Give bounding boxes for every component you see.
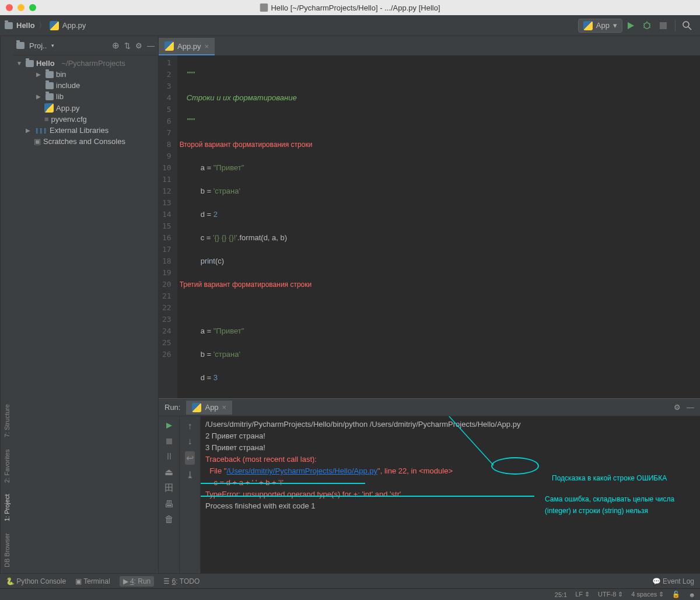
- project-pane-title[interactable]: Proj..: [29, 41, 47, 50]
- run-toolbar-2: ↑ ↓ ↩ ⤓: [180, 416, 201, 573]
- window-title: Hello [~/PycharmProjects/Hello] - .../Ap…: [260, 3, 440, 12]
- breadcrumb: Hello 〉 App.py: [5, 20, 86, 31]
- db-browser-tab[interactable]: DB Browser: [4, 533, 10, 567]
- python-icon: [164, 41, 174, 51]
- tree-root[interactable]: ▼Hello ~/PycharmProjects: [13, 58, 158, 69]
- line-gutter: 1 2 3 4 5 6 7 8 9 10 11 12 13 14 15 16 1…: [159, 55, 177, 398]
- trash-button[interactable]: 🗑: [164, 514, 174, 525]
- terminal-tab[interactable]: ▣ Terminal: [75, 577, 110, 585]
- breadcrumb-project[interactable]: Hello: [16, 21, 35, 30]
- svg-point-9: [683, 22, 689, 27]
- minimize-window-button[interactable]: [18, 4, 24, 11]
- traceback-file-link[interactable]: /Users/dmitriy/PycharmProjects/Hello/App…: [226, 466, 377, 475]
- gear-icon[interactable]: ⚙: [674, 403, 681, 412]
- pause-button[interactable]: ⏸: [164, 451, 174, 462]
- project-pane: Proj..▾ ⊕ ⇅ ⚙ — ▼Hello ~/PycharmProjects…: [13, 36, 159, 573]
- hide-icon[interactable]: —: [687, 403, 694, 412]
- stop-button[interactable]: [166, 436, 172, 447]
- tree-folder-bin[interactable]: ▶bin: [13, 69, 158, 80]
- rerun-button[interactable]: [166, 421, 173, 431]
- close-tab-icon[interactable]: ×: [204, 42, 209, 51]
- tree-scratches[interactable]: ▣Scratches and Consoles: [13, 136, 158, 147]
- python-console-tab[interactable]: 🐍 Python Console: [6, 577, 66, 585]
- python-icon: [583, 21, 593, 30]
- exit-button[interactable]: ⏏: [164, 466, 173, 478]
- hint-1: Подсказка в какой строке ОШИБКА: [552, 472, 667, 484]
- editor-tab-app[interactable]: App.py ×: [159, 38, 215, 55]
- python-icon: [192, 403, 201, 412]
- search-button[interactable]: [679, 17, 695, 34]
- editor: App.py × 1 2 3 4 5 6 7 8 9 10 11 12 13 1…: [159, 36, 700, 573]
- run-toolbar-1: ⏸ ⏏ 田 🖶 🗑: [159, 416, 180, 573]
- todo-tab[interactable]: ☰ 6: TODO: [163, 577, 200, 585]
- svg-rect-12: [166, 438, 172, 444]
- tree-file-app[interactable]: App.py: [13, 102, 158, 114]
- favorites-tab[interactable]: 2: Favorites: [4, 449, 10, 482]
- editor-tabs: App.py ×: [159, 36, 700, 55]
- svg-marker-1: [628, 22, 634, 29]
- event-log-button[interactable]: 💬 Event Log: [652, 577, 694, 585]
- hide-icon[interactable]: —: [147, 41, 155, 50]
- caret-position[interactable]: 25:1: [555, 591, 567, 598]
- tree-folder-lib[interactable]: ▶lib: [13, 91, 158, 102]
- titlebar: Hello [~/PycharmProjects/Hello] - .../Ap…: [0, 0, 700, 15]
- project-tool-tab[interactable]: 1: Project: [4, 494, 10, 521]
- line-ending[interactable]: LF ⇕: [575, 591, 590, 598]
- console-output[interactable]: /Users/dmitriy/PycharmProjects/Hello/bin…: [201, 416, 700, 573]
- folder-icon: [16, 42, 24, 49]
- svg-rect-0: [260, 3, 268, 12]
- annotation-2: Третий вариант форматирования строки: [180, 280, 312, 289]
- structure-tab[interactable]: 7: Structure: [4, 405, 10, 438]
- readonly-icon[interactable]: 🔓: [672, 591, 680, 598]
- svg-marker-11: [166, 423, 172, 429]
- encoding[interactable]: UTF-8 ⇕: [598, 591, 623, 598]
- breadcrumb-file[interactable]: App.py: [62, 21, 86, 30]
- python-icon: [50, 21, 59, 30]
- code-area[interactable]: 1 2 3 4 5 6 7 8 9 10 11 12 13 14 15 16 1…: [159, 55, 700, 398]
- svg-line-10: [688, 27, 691, 30]
- stop-button[interactable]: [655, 17, 671, 34]
- left-tool-stripe: DB Browser 1: Project 2: Favorites 7: St…: [0, 36, 13, 573]
- code-text[interactable]: """ Строки и их форматирование """ Второ…: [177, 55, 700, 398]
- debug-button[interactable]: [639, 17, 655, 34]
- down-button[interactable]: ↓: [188, 436, 192, 447]
- up-button[interactable]: ↑: [188, 421, 192, 431]
- run-config-selector[interactable]: App ▾: [578, 19, 622, 33]
- inspection-icon[interactable]: ☻: [688, 591, 695, 598]
- bottom-tool-stripe: 🐍 Python Console ▣ Terminal ▶ 4: Run ☰ 6…: [0, 573, 700, 588]
- close-window-button[interactable]: [6, 4, 13, 11]
- run-label: Run:: [164, 403, 180, 412]
- run-tab[interactable]: ▶ 4: Run: [120, 576, 155, 587]
- wrap-button[interactable]: ↩: [185, 451, 195, 465]
- gear-icon[interactable]: ⚙: [135, 41, 142, 50]
- tree-folder-include[interactable]: include: [13, 80, 158, 91]
- tree-file-pyvenv[interactable]: ≡pyvenv.cfg: [13, 114, 158, 125]
- app-icon: [260, 3, 268, 12]
- zoom-window-button[interactable]: [29, 4, 36, 11]
- close-icon[interactable]: ×: [222, 403, 227, 412]
- hint-2: Сама ошибка, складывать целые числа (int…: [545, 493, 700, 517]
- layout-button[interactable]: 田: [164, 482, 174, 494]
- print-button[interactable]: 🖶: [164, 499, 174, 510]
- scroll-button[interactable]: ⤓: [186, 469, 194, 480]
- tree-external-libs[interactable]: ▶⫿⫿⫿External Libraries: [13, 125, 158, 136]
- svg-point-2: [644, 23, 650, 29]
- run-button[interactable]: [622, 17, 639, 34]
- locate-icon[interactable]: ⊕: [112, 40, 120, 51]
- run-tab[interactable]: App ×: [186, 401, 232, 415]
- collapse-icon[interactable]: ⇅: [124, 41, 131, 50]
- svg-rect-8: [660, 22, 667, 29]
- status-bar: 25:1 LF ⇕ UTF-8 ⇕ 4 spaces ⇕ 🔓 ☻: [0, 588, 700, 600]
- run-tool-window: Run: App × ⚙ — ⏸ ⏏ 田 🖶 🗑: [159, 398, 700, 573]
- folder-icon: [5, 22, 13, 29]
- window-controls: [0, 4, 36, 11]
- indent[interactable]: 4 spaces ⇕: [631, 591, 664, 598]
- main-toolbar: Hello 〉 App.py App ▾: [0, 15, 700, 36]
- annotation-1: Второй вариант форматирования строки: [180, 141, 313, 149]
